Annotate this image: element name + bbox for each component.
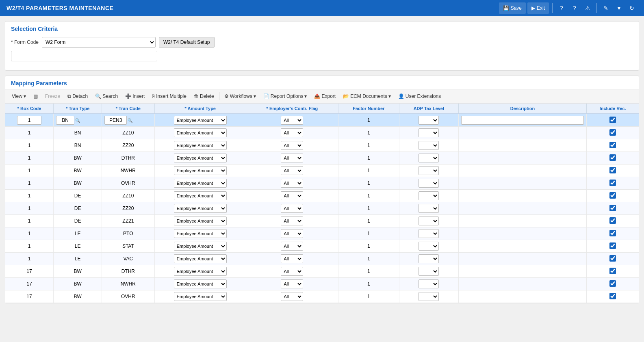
adp-tax-select[interactable]: FederalStateLocal bbox=[418, 154, 439, 162]
adp-tax-select[interactable]: FederalStateLocal bbox=[418, 141, 439, 150]
adp-tax-select[interactable]: FederalStateLocal bbox=[418, 229, 439, 238]
chevron-down-icon-button[interactable]: ▾ bbox=[613, 2, 624, 14]
adp-tax-select[interactable]: FederalStateLocal bbox=[418, 292, 439, 301]
employers-flag-select[interactable]: AllYesNo bbox=[281, 191, 303, 200]
include-rec-checkbox[interactable] bbox=[609, 217, 616, 224]
tran-type-input[interactable] bbox=[56, 116, 74, 125]
employers-flag-select[interactable]: AllYesNo bbox=[281, 279, 303, 288]
amount-type-select[interactable]: Employee AmountEmployer AmountBoth bbox=[174, 116, 227, 125]
tran-type-search-icon[interactable]: 🔍 bbox=[75, 118, 80, 123]
include-rec-checkbox[interactable] bbox=[609, 293, 616, 299]
adp-tax-select[interactable]: FederalStateLocal bbox=[418, 204, 439, 213]
amount-type-select[interactable]: Employee AmountEmployer AmountBoth bbox=[174, 216, 227, 225]
amount-type-select[interactable]: Employee AmountEmployer AmountBoth bbox=[174, 128, 227, 137]
form-code-select[interactable]: W2 Form T4 Form bbox=[42, 37, 156, 48]
cell-description bbox=[458, 290, 586, 303]
freeze-button[interactable]: Freeze bbox=[42, 91, 63, 102]
adp-tax-select[interactable]: FederalStateLocal bbox=[418, 267, 439, 276]
include-rec-checkbox[interactable] bbox=[609, 142, 616, 148]
refresh-icon-button[interactable]: ↻ bbox=[626, 2, 637, 14]
header-divider-1 bbox=[552, 3, 553, 13]
detach-icon: ⧉ bbox=[67, 93, 71, 99]
form-search-input[interactable] bbox=[11, 51, 157, 61]
amount-type-select[interactable]: Employee AmountEmployer AmountBoth bbox=[174, 254, 227, 263]
amount-type-select[interactable]: Employee AmountEmployer AmountBoth bbox=[174, 141, 227, 150]
adp-tax-select[interactable]: FederalStateLocal bbox=[418, 279, 439, 288]
cell-amount-type: Employee AmountEmployer AmountBoth bbox=[154, 152, 246, 165]
collapse-button[interactable]: ▤ bbox=[30, 91, 41, 102]
view-button[interactable]: View ▾ bbox=[9, 91, 29, 102]
employers-flag-select[interactable]: AllYesNo bbox=[281, 154, 303, 162]
amount-type-select[interactable]: Employee AmountEmployer AmountBoth bbox=[174, 229, 227, 238]
workflows-button[interactable]: ⚙ Workflows ▾ bbox=[221, 91, 259, 102]
employers-flag-select[interactable]: AllYesNo bbox=[281, 229, 303, 238]
adp-tax-select[interactable]: FederalStateLocal bbox=[418, 254, 439, 263]
amount-type-select[interactable]: Employee AmountEmployer AmountBoth bbox=[174, 179, 227, 188]
include-rec-checkbox[interactable] bbox=[609, 129, 616, 136]
ecm-documents-button[interactable]: 📂 ECM Documents ▾ bbox=[340, 91, 394, 102]
include-rec-checkbox[interactable] bbox=[609, 117, 616, 123]
user-extensions-button[interactable]: 👤 User Extensions bbox=[395, 91, 444, 102]
adp-tax-select[interactable]: FederalStateLocal bbox=[418, 216, 439, 225]
adp-tax-select[interactable]: FederalStateLocal bbox=[418, 166, 439, 175]
cell-employers-flag: AllYesNo bbox=[246, 190, 338, 202]
include-rec-checkbox[interactable] bbox=[609, 255, 616, 262]
include-rec-checkbox[interactable] bbox=[609, 192, 616, 199]
include-rec-checkbox[interactable] bbox=[609, 242, 616, 249]
employers-flag-select[interactable]: AllYesNo bbox=[281, 141, 303, 150]
include-rec-checkbox[interactable] bbox=[609, 268, 616, 274]
amount-type-select[interactable]: Employee AmountEmployer AmountBoth bbox=[174, 242, 227, 251]
employers-flag-select[interactable]: AllYesNo bbox=[281, 128, 303, 137]
adp-tax-select[interactable]: FederalStateLocal bbox=[418, 128, 439, 137]
include-rec-checkbox[interactable] bbox=[609, 180, 616, 186]
include-rec-checkbox[interactable] bbox=[609, 205, 616, 211]
detach-button[interactable]: ⧉ Detach bbox=[64, 91, 91, 102]
info-icon-button[interactable]: ? bbox=[569, 2, 580, 14]
insert-multiple-button[interactable]: ⎘ Insert Multiple bbox=[149, 91, 190, 102]
include-rec-checkbox[interactable] bbox=[609, 280, 616, 287]
amount-type-select[interactable]: Employee AmountEmployer AmountBoth bbox=[174, 154, 227, 162]
tran-code-search-icon[interactable]: 🔍 bbox=[128, 118, 132, 123]
employers-flag-select[interactable]: AllYesNo bbox=[281, 179, 303, 188]
employers-flag-select[interactable]: AllYesNo bbox=[281, 216, 303, 225]
cell-employers-flag: AllYesNo bbox=[246, 165, 338, 177]
warning-icon-button[interactable]: ⚠ bbox=[582, 2, 593, 14]
delete-button[interactable]: 🗑 Delete bbox=[191, 91, 217, 102]
include-rec-checkbox[interactable] bbox=[609, 167, 616, 173]
employers-flag-select[interactable]: AllYesNo bbox=[281, 292, 303, 301]
employers-flag-select[interactable]: AllYesNo bbox=[281, 204, 303, 213]
amount-type-select[interactable]: Employee AmountEmployer AmountBoth bbox=[174, 267, 227, 276]
employers-flag-select[interactable]: AllYesNo bbox=[281, 242, 303, 251]
edit-icon-button[interactable]: ✎ bbox=[600, 2, 611, 14]
employers-flag-select[interactable]: AllYesNo bbox=[281, 267, 303, 276]
adp-tax-select[interactable]: FederalStateLocal bbox=[418, 191, 439, 200]
cell-tran-type: DE bbox=[54, 215, 102, 227]
adp-tax-select[interactable]: FederalStateLocal bbox=[418, 242, 439, 251]
amount-type-select[interactable]: Employee AmountEmployer AmountBoth bbox=[174, 204, 227, 213]
employers-flag-select[interactable]: AllYesNo bbox=[281, 254, 303, 263]
save-button[interactable]: 💾 Save bbox=[499, 2, 526, 14]
tran-code-input[interactable] bbox=[104, 116, 127, 125]
include-rec-checkbox[interactable] bbox=[609, 154, 616, 161]
include-rec-checkbox[interactable] bbox=[609, 230, 616, 236]
employers-flag-select[interactable]: AllYesNo bbox=[281, 166, 303, 175]
adp-tax-select[interactable]: FederalStateLocal bbox=[418, 179, 439, 188]
report-options-button[interactable]: 📄 Report Options ▾ bbox=[260, 91, 310, 102]
search-button[interactable]: 🔍 Search bbox=[92, 91, 121, 102]
export-button[interactable]: 📤 Export bbox=[311, 91, 339, 102]
employers-flag-select[interactable]: AllYesNo bbox=[281, 116, 303, 125]
insert-button[interactable]: ➕ Insert bbox=[122, 91, 148, 102]
help-icon-button[interactable]: ? bbox=[556, 2, 567, 14]
description-input[interactable] bbox=[461, 116, 584, 125]
adp-tax-select[interactable]: FederalStateLocal bbox=[418, 116, 439, 125]
amount-type-select[interactable]: Employee AmountEmployer AmountBoth bbox=[174, 166, 227, 175]
exit-button[interactable]: ▶ Exit bbox=[527, 2, 549, 14]
cell-adp-tax: FederalStateLocal bbox=[399, 165, 458, 177]
mapping-table-container[interactable]: * Box Code * Tran Type * Tran Code * Amo… bbox=[5, 104, 639, 303]
amount-type-select[interactable]: Employee AmountEmployer AmountBoth bbox=[174, 292, 227, 301]
amount-type-select[interactable]: Employee AmountEmployer AmountBoth bbox=[174, 279, 227, 288]
cell-box-code: 1 bbox=[5, 202, 54, 215]
amount-type-select[interactable]: Employee AmountEmployer AmountBoth bbox=[174, 191, 227, 200]
box-code-input[interactable] bbox=[17, 116, 41, 125]
w2-t4-default-setup-button[interactable]: W2/ T4 Default Setup bbox=[159, 37, 215, 48]
